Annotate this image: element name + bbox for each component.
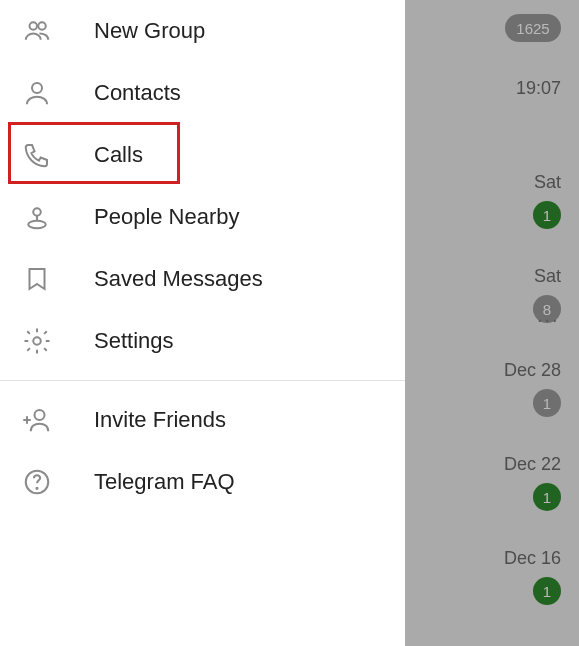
unread-badge: 1 xyxy=(533,577,561,605)
chat-row[interactable]: Dec 28 1 xyxy=(504,360,561,417)
menu-item-saved-messages[interactable]: Saved Messages xyxy=(0,248,405,310)
chat-time: Dec 28 xyxy=(504,360,561,381)
chat-list-background: 1625 19:07 Sat 1 ... Sat 8 Dec 28 1 Dec … xyxy=(405,0,579,646)
person-icon xyxy=(22,78,94,108)
unread-badge: 1 xyxy=(533,389,561,417)
svg-point-4 xyxy=(28,221,46,229)
menu-label: Calls xyxy=(94,142,143,168)
menu-label: People Nearby xyxy=(94,204,240,230)
svg-point-1 xyxy=(38,22,46,30)
chat-time: Dec 16 xyxy=(504,548,561,569)
menu-divider xyxy=(0,380,405,381)
menu-label: Saved Messages xyxy=(94,266,263,292)
unread-badge: 1 xyxy=(533,201,561,229)
chat-time: Sat xyxy=(534,172,561,193)
chat-row[interactable]: Dec 22 1 xyxy=(504,454,561,511)
chat-row[interactable]: 1625 xyxy=(505,6,561,42)
gear-icon xyxy=(22,326,94,356)
chat-time: 19:07 xyxy=(516,78,561,99)
menu-item-settings[interactable]: Settings xyxy=(0,310,405,372)
svg-point-2 xyxy=(32,83,42,93)
svg-point-6 xyxy=(35,410,45,420)
unread-badge: 1625 xyxy=(505,14,561,42)
menu-item-invite-friends[interactable]: Invite Friends xyxy=(0,389,405,451)
bookmark-icon xyxy=(22,264,94,294)
chat-row[interactable]: Sat 1 xyxy=(533,172,561,229)
person-add-icon xyxy=(22,405,94,435)
menu-label: Contacts xyxy=(94,80,181,106)
menu-item-faq[interactable]: Telegram FAQ xyxy=(0,451,405,513)
help-icon xyxy=(22,467,94,497)
menu-item-new-group[interactable]: New Group xyxy=(0,0,405,62)
svg-point-0 xyxy=(30,22,38,30)
menu-label: Settings xyxy=(94,328,174,354)
chat-time: Dec 22 xyxy=(504,454,561,475)
svg-point-5 xyxy=(33,337,41,345)
chat-time: Sat xyxy=(534,266,561,287)
svg-point-8 xyxy=(36,488,37,489)
menu-item-calls[interactable]: Calls xyxy=(0,124,405,186)
people-nearby-icon xyxy=(22,202,94,232)
svg-point-3 xyxy=(33,208,41,216)
chat-row[interactable]: ... Sat 8 xyxy=(533,266,561,323)
side-drawer: New Group Contacts Calls People Nearby xyxy=(0,0,405,646)
menu-label: New Group xyxy=(94,18,205,44)
unread-badge: 1 xyxy=(533,483,561,511)
chat-row[interactable]: 19:07 xyxy=(516,78,561,99)
chat-row[interactable]: Dec 16 1 xyxy=(504,548,561,605)
chat-preview-dots: ... xyxy=(537,304,560,327)
menu-item-contacts[interactable]: Contacts xyxy=(0,62,405,124)
menu-item-people-nearby[interactable]: People Nearby xyxy=(0,186,405,248)
menu-label: Telegram FAQ xyxy=(94,469,235,495)
menu-label: Invite Friends xyxy=(94,407,226,433)
phone-icon xyxy=(22,140,94,170)
group-icon xyxy=(22,16,94,46)
